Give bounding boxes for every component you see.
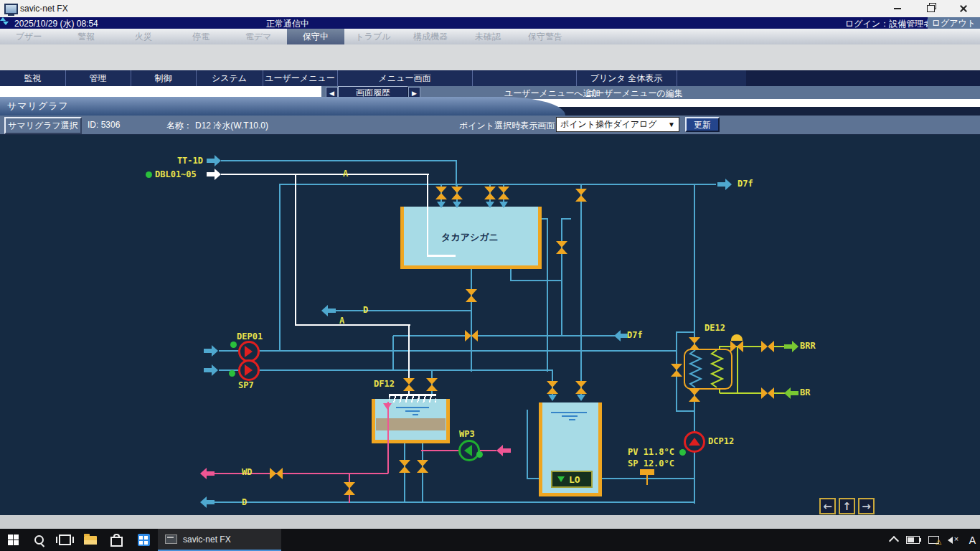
sp-value[interactable]: SP 12.0°C <box>628 459 674 468</box>
point-label-df12[interactable]: DF12 <box>374 380 395 389</box>
pipe <box>221 160 456 161</box>
pipe <box>676 410 695 412</box>
valve-icon[interactable] <box>547 381 558 394</box>
flow-arrowhead <box>383 403 392 410</box>
point-label-de12[interactable]: DE12 <box>705 324 725 333</box>
tab-trouble[interactable]: トラブル <box>344 29 402 44</box>
tab-maintenance[interactable]: 保守中 <box>287 29 344 44</box>
status-dot <box>229 370 235 377</box>
menu-system[interactable]: システム <box>196 70 263 86</box>
tab-alarm[interactable]: 警報 <box>57 29 115 44</box>
valve-icon[interactable] <box>270 468 283 479</box>
network-warning-icon[interactable] <box>928 536 939 544</box>
tab-unconfirmed[interactable]: 未確認 <box>459 29 517 44</box>
logout-button[interactable]: ログアウト <box>928 17 980 29</box>
valve-icon[interactable] <box>689 389 700 402</box>
tab-buzzer[interactable]: ブザー <box>0 29 57 44</box>
edit-user-menu-button[interactable]: ユーザーメニューの編集 <box>587 88 683 100</box>
valve-icon[interactable] <box>435 187 447 199</box>
valve-icon[interactable] <box>417 460 428 473</box>
pump-dcp12[interactable] <box>684 431 705 453</box>
file-explorer-button[interactable] <box>77 529 103 551</box>
store-button[interactable] <box>103 529 129 551</box>
pipe <box>279 184 281 352</box>
control-valve-icon[interactable] <box>730 341 743 352</box>
speaker-muted-icon[interactable]: × <box>948 536 961 545</box>
point-label-tt1d[interactable]: TT-1D <box>170 156 203 166</box>
valve-icon[interactable] <box>465 330 478 342</box>
battery-icon[interactable] <box>906 536 920 544</box>
menu-printer-fullview[interactable]: プリンタ 全体表示 <box>576 70 677 86</box>
point-dialog-dropdown[interactable]: ポイント操作ダイアログ ▼ <box>556 117 679 132</box>
valve-icon[interactable] <box>344 482 355 495</box>
tab-demand[interactable]: 電デマ <box>230 29 287 44</box>
temperature-sensor-icon[interactable] <box>640 469 654 475</box>
task-view-button[interactable] <box>52 529 77 551</box>
pv-value[interactable]: PV 11.8°C <box>628 448 674 457</box>
valve-icon[interactable] <box>426 378 438 391</box>
valve-icon[interactable] <box>671 364 682 377</box>
pump-sp7[interactable] <box>238 359 260 381</box>
menu-monitor[interactable]: 監視 <box>0 70 66 86</box>
level-indicator-lo[interactable]: LO <box>551 471 593 488</box>
pump-wp3[interactable] <box>458 440 480 461</box>
filter-media-band <box>376 418 446 430</box>
stream-label-d7f-return: D7f <box>627 331 643 340</box>
tab-maintenance-warning[interactable]: 保守警告 <box>517 29 574 44</box>
stream-marker-d: D <box>363 306 368 315</box>
inlet-arrow <box>784 387 798 399</box>
info-bar: サマリグラフ選択 ID: 5306 名称： D12 冷水(W.T10.0) ポイ… <box>0 116 980 135</box>
heat-exchanger-de12[interactable] <box>684 349 732 390</box>
valve-icon[interactable] <box>575 189 587 202</box>
pipe <box>527 410 528 479</box>
pipe <box>221 174 429 175</box>
pipe-fitting-icon <box>761 341 774 352</box>
stream-marker-a: A <box>343 169 348 179</box>
valve-icon[interactable] <box>466 289 477 302</box>
pipe <box>561 219 562 336</box>
water-surface-mark <box>551 412 587 413</box>
valve-icon[interactable] <box>403 378 415 391</box>
valve-icon[interactable] <box>451 187 463 199</box>
pipe <box>601 478 694 479</box>
search-button[interactable] <box>26 529 52 551</box>
pinned-app-button[interactable] <box>131 529 156 551</box>
point-label-dcp12[interactable]: DCP12 <box>708 437 734 446</box>
minimize-button[interactable] <box>881 0 914 17</box>
start-button[interactable] <box>0 529 26 551</box>
close-button[interactable] <box>947 0 980 17</box>
application-window: savic-net FX 2025/10/29 (水) 08:54 正常通信中 … <box>0 0 980 551</box>
update-button[interactable]: 更新 <box>685 117 720 132</box>
valve-icon[interactable] <box>498 187 509 199</box>
tab-equipment[interactable]: 構成機器 <box>402 29 459 44</box>
valve-icon[interactable] <box>575 381 587 394</box>
outlet-arrow <box>200 468 215 479</box>
spray-hatch <box>389 396 436 402</box>
tab-power-failure[interactable]: 停電 <box>172 29 230 44</box>
summary-graph-select-button[interactable]: サマリグラフ選択 <box>4 117 82 134</box>
menu-control[interactable]: 制御 <box>131 70 197 86</box>
page-right-button[interactable]: → <box>858 498 875 514</box>
page-up-button[interactable]: ↑ <box>839 498 855 514</box>
menu-user-menu[interactable]: ユーザーメニュー <box>263 70 338 86</box>
valve-icon[interactable] <box>484 187 496 199</box>
menu-manage[interactable]: 管理 <box>65 70 131 86</box>
valve-icon[interactable] <box>689 337 700 350</box>
pipe <box>295 174 296 326</box>
point-label-dbl[interactable]: DBL01~05 <box>155 170 197 179</box>
restore-button[interactable] <box>914 0 947 17</box>
point-label-wp3[interactable]: WP3 <box>459 430 475 439</box>
valve-icon[interactable] <box>399 460 410 473</box>
taskbar-app-savicnet[interactable]: savic-net FX <box>158 529 281 551</box>
menu-screen[interactable]: メニュー画面 <box>337 70 473 86</box>
alarm-tab-row: ブザー 警報 火災 停電 電デマ 保守中 トラブル 構成機器 未確認 保守警告 <box>0 29 980 44</box>
chevron-up-icon[interactable] <box>889 536 899 546</box>
tab-fire[interactable]: 火災 <box>115 29 172 44</box>
pipe <box>393 335 615 336</box>
page-left-button[interactable]: ← <box>819 498 836 514</box>
valve-icon[interactable] <box>556 241 567 254</box>
point-label-sp7[interactable]: SP7 <box>238 381 254 390</box>
point-label-dep01[interactable]: DEP01 <box>237 332 263 342</box>
ime-indicator[interactable]: A <box>969 534 976 546</box>
stream-label-d7f-out: D7f <box>738 179 753 189</box>
